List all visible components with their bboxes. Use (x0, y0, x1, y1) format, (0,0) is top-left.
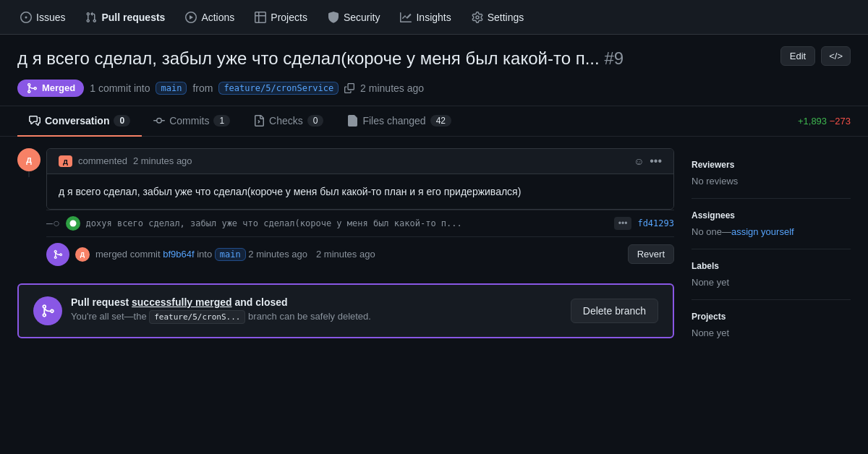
svg-point-0 (69, 220, 76, 226)
nav-issues[interactable]: Issues (12, 6, 74, 29)
tab-commits[interactable]: Commits 1 (142, 106, 242, 137)
git-pull-request-icon (85, 12, 97, 23)
commit-row: –○ дохуя всего сделал, забыл уже что сде… (46, 210, 674, 236)
merge-icon-large-svg (41, 304, 55, 318)
comment-author-badge: д (59, 155, 72, 167)
main-layout: д д commented 2 minutes ago ☺ ••• (0, 137, 868, 361)
git-merge-icon (26, 82, 38, 94)
commit-message: дохуя всего сделал, забыл уже что сделал… (86, 218, 608, 228)
pr-meta: Merged 1 commit into main from feature/5… (17, 80, 851, 97)
nav-security[interactable]: Security (319, 6, 389, 29)
tab-commits-count: 1 (213, 115, 230, 127)
pr-number: #9 (604, 48, 624, 68)
projects-label: Projects (692, 312, 851, 322)
pr-base-branch[interactable]: main (156, 82, 187, 95)
revert-button[interactable]: Revert (628, 244, 674, 264)
assignees-label: Assignees (692, 210, 851, 220)
graph-icon (400, 12, 412, 23)
pr-head-branch[interactable]: feature/5/cronService (218, 82, 339, 95)
nav-insights[interactable]: Insights (391, 6, 459, 29)
comment-time: 2 minutes ago (133, 155, 192, 166)
assign-yourself-link[interactable]: assign yourself (731, 226, 794, 237)
comment-header: д commented 2 minutes ago ☺ ••• (47, 149, 673, 174)
labels-label: Labels (692, 261, 851, 271)
tab-checks-count: 0 (307, 115, 324, 127)
tab-checks[interactable]: Checks 0 (242, 106, 335, 137)
pr-content: д д commented 2 minutes ago ☺ ••• (17, 148, 674, 350)
emoji-icon[interactable]: ☺ (634, 155, 644, 167)
merge-time: 2 minutes ago (248, 249, 307, 260)
diff-deletions: −273 (830, 116, 851, 127)
play-circle-icon (185, 12, 197, 23)
nav-settings-label: Settings (488, 12, 524, 23)
merged-text: merged commit bf9b64f into main 2 minute… (95, 249, 307, 260)
nav-pullrequests-label: Pull requests (101, 12, 165, 23)
pr-tabs: Conversation 0 Commits 1 Checks 0 Files … (0, 106, 868, 137)
comment-body: д я всего сделал, забыл уже что сделал(к… (47, 174, 673, 209)
tab-files-label: Files changed (362, 115, 425, 127)
nav-security-label: Security (344, 12, 380, 23)
pr-header: д я всего сделал, забыл уже что сделал(к… (0, 35, 868, 106)
tab-conversation-count: 0 (114, 115, 130, 127)
table-icon (255, 12, 266, 23)
commit-dot: –○ (46, 217, 60, 230)
nav-actions-label: Actions (201, 12, 234, 23)
files-changed-icon (346, 115, 358, 127)
merge-icon (53, 249, 63, 260)
commit-avatar (66, 216, 80, 231)
commit-more-button[interactable]: ••• (614, 217, 632, 230)
tab-files-changed[interactable]: Files changed 42 (335, 106, 463, 137)
tab-checks-label: Checks (269, 115, 303, 127)
pr-title: д я всего сделал, забыл уже что сделал(к… (17, 46, 775, 71)
delete-branch-button[interactable]: Delete branch (571, 299, 658, 323)
banner-subtitle: You're all set—the feature/5/cronS... br… (71, 311, 371, 322)
merge-time-text: 2 minutes ago (316, 249, 375, 260)
tab-files-count: 42 (430, 115, 451, 127)
nav-projects[interactable]: Projects (246, 6, 316, 29)
reviewers-label: Reviewers (692, 160, 851, 170)
assignees-value: No one—assign yourself (692, 226, 851, 237)
nav-settings[interactable]: Settings (463, 6, 533, 29)
gear-icon (472, 12, 483, 23)
comment-verb: commented (78, 155, 127, 166)
diff-additions: +1,893 (798, 116, 827, 127)
more-actions-icon[interactable]: ••• (650, 155, 662, 168)
merge-commit-ref[interactable]: bf9b64f (163, 249, 194, 260)
commenter-avatar: д (17, 148, 41, 171)
pr-time: 2 minutes ago (360, 82, 424, 94)
nav-actions[interactable]: Actions (176, 6, 243, 29)
sidebar-labels: Labels None yet (692, 249, 851, 300)
nav-projects-label: Projects (271, 12, 307, 23)
copy-icon[interactable] (344, 83, 354, 93)
comment-section: д д commented 2 minutes ago ☺ ••• (17, 148, 674, 272)
merge-target-branch[interactable]: main (215, 248, 246, 261)
edit-button[interactable]: Edit (780, 46, 815, 66)
merge-icon-large (33, 296, 62, 325)
merged-row: д merged commit bf9b64f into main 2 minu… (46, 236, 674, 272)
checks-icon (253, 115, 265, 127)
pr-commit-info: 1 commit into (90, 82, 150, 94)
merged-banner: Pull request successfully merged and clo… (17, 283, 674, 338)
banner-title: Pull request successfully merged and clo… (71, 296, 371, 308)
tab-commits-label: Commits (169, 115, 209, 127)
circle-dot-icon (20, 12, 32, 23)
merged-badge: Merged (17, 80, 84, 97)
pr-diff-stats: +1,893 −273 (798, 116, 851, 127)
labels-value: None yet (692, 277, 851, 288)
sidebar-projects: Projects None yet (692, 300, 851, 350)
tab-conversation-label: Conversation (45, 115, 109, 127)
code-button[interactable]: </> (821, 46, 851, 66)
merger-avatar: д (75, 247, 90, 262)
commits-icon (153, 115, 165, 127)
comment-block: д commented 2 minutes ago ☺ ••• д я всег… (46, 148, 674, 210)
sidebar-assignees: Assignees No one—assign yourself (692, 199, 851, 249)
conversation-icon (29, 115, 41, 127)
tab-conversation[interactable]: Conversation 0 (17, 106, 142, 137)
commit-hash[interactable]: fd41293 (637, 218, 674, 228)
nav-pullrequests[interactable]: Pull requests (77, 6, 174, 29)
nav-insights-label: Insights (416, 12, 451, 23)
reviewers-value: No reviews (692, 176, 851, 187)
merge-icon-wrap (46, 243, 69, 266)
pr-sidebar: Reviewers No reviews Assignees No one—as… (692, 148, 851, 350)
comment-actions: ☺ ••• (634, 155, 662, 168)
